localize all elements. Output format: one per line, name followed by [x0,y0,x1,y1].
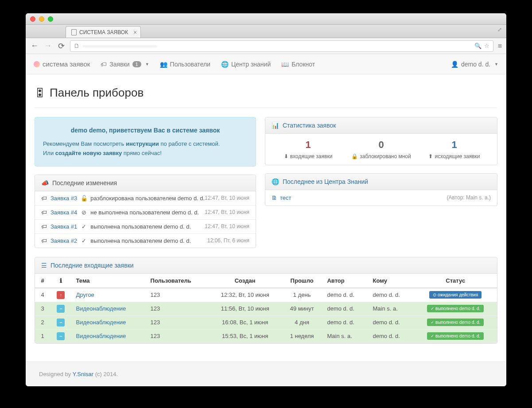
stats-panel: 📊 Статистика заявок 1 ⬇ входящие заявки0… [265,117,497,165]
change-status-icon: ✓ [81,237,87,244]
stat-item: 0 🔒 заблокировано мной [345,139,418,159]
ticket-row[interactable]: 4 ↑ Другое 123 12:32, Вт, 10 июня 1 день… [35,288,497,302]
instructions-link[interactable]: инструкции [126,140,159,147]
nav-tickets[interactable]: 🏷 Заявки 1 ▼ [101,61,149,68]
window-expand-icon[interactable]: ⤢ [497,27,502,33]
change-time: 12:47, Вт, 10 июня [205,209,249,215]
close-window-button[interactable] [30,16,35,22]
cell-author: demo d. d. [322,302,368,315]
kb-item-link[interactable]: 🗎 тест [272,194,291,201]
change-text: разблокирована пользователем demo d. d. [90,195,205,202]
change-ticket-link[interactable]: Заявка #1 [50,223,77,230]
change-ticket-link[interactable]: Заявка #4 [50,209,77,216]
brand[interactable]: система заявок [34,60,90,68]
change-text: не выполнена пользователем demo d. d. [90,209,199,216]
cell-user: 123 [146,329,209,343]
cell-created: 11:56, Вт, 10 июня [209,302,281,315]
stat-value: 0 [345,139,418,151]
ticket-row[interactable]: 3 − Видеонаблюдение 123 11:56, Вт, 10 ию… [35,302,497,315]
stat-item: 1 ⬆ исходящие заявки [418,139,491,159]
welcome-title: demo demo, приветствуем Вас в системе за… [43,125,248,135]
priority-badge: ↑ [57,291,65,299]
cell-to: demo d. d. [369,329,414,343]
topic-link[interactable]: Видеонаблюдение [76,333,126,339]
recent-changes-panel: 📣 Последние изменения 🏷 Заявка #3 🔓 разб… [35,175,256,248]
stat-label: 🔒 заблокировано мной [345,153,418,159]
address-bar[interactable]: 🗋 ————————————— 🔍 ☆ [70,40,493,52]
cell-num: 2 [35,315,50,329]
file-icon: 🗎 [272,194,277,201]
traffic-lights [30,16,53,22]
nav-users[interactable]: 👥 Пользователи [160,61,210,68]
stat-item: 1 ⬇ входящие заявки [272,139,345,159]
back-button[interactable]: ← [30,41,39,51]
search-icon[interactable]: 🔍 [474,43,482,49]
th-info: ℹ [50,274,71,288]
ticket-row[interactable]: 1 − Видеонаблюдение 123 15:53, Вс, 1 июн… [35,329,497,343]
change-row: 🏷 Заявка #1 ✓ выполнена пользователем de… [35,220,256,234]
brand-text: система заявок [43,60,90,68]
th-topic: Тема [72,274,146,288]
nav-tickets-label: Заявки [109,61,129,68]
change-status-icon: ✓ [81,223,87,230]
main-content: 🎛 Панель приборов demo demo, приветствуе… [26,74,506,361]
create-ticket-link[interactable]: создайте новую заявку [55,150,122,156]
maximize-window-button[interactable] [48,16,53,22]
stat-icon: ⬆ [428,153,433,159]
cell-priority: ↑ [50,288,71,302]
nav-user-menu[interactable]: 👤 demo d. d. ▼ [451,61,498,68]
mac-titlebar [26,13,506,25]
brand-icon [34,61,40,67]
list-icon: ☰ [41,262,47,269]
cell-to: Main s. a. [369,302,414,315]
cell-to: demo d. d. [369,288,414,302]
cell-topic: Видеонаблюдение [72,302,146,315]
page-icon: 🗋 [74,43,80,49]
cell-status: ✓ выполнено demo d. d. [414,329,497,343]
forward-button[interactable]: → [43,41,52,51]
cell-to: demo d. d. [369,315,414,329]
change-status-icon: 🔓 [81,195,87,202]
change-ticket-link[interactable]: Заявка #3 [50,195,77,202]
cell-elapsed: 49 минут [281,302,323,315]
tag-icon: 🏷 [41,223,47,230]
stat-icon: ⬇ [284,153,288,159]
dashboard-icon: 🎛 [35,87,45,99]
cell-priority: − [50,315,71,329]
stat-label: ⬆ исходящие заявки [418,153,491,159]
user-icon: 👤 [451,61,458,68]
cell-num: 4 [35,288,50,302]
topic-link[interactable]: Другое [76,291,94,298]
stats-heading: 📊 Статистика заявок [265,117,497,134]
topic-link[interactable]: Видеонаблюдение [76,305,126,312]
reload-button[interactable]: ⟳ [57,41,66,51]
tags-icon: 🏷 [101,61,107,68]
nav-kb[interactable]: 🌐 Центр знаний [221,61,271,68]
cell-created: 15:53, Вс, 1 июня [209,329,281,343]
browser-tab[interactable]: СИСТЕМА ЗАЯВОК × [66,26,141,38]
cell-user: 123 [146,288,209,302]
cell-author: demo d. d. [322,315,368,329]
browser-menu-icon[interactable]: ≡ [498,42,502,50]
recent-changes-heading: 📣 Последние изменения [35,175,256,191]
th-author: Автор [322,274,368,288]
status-badge: ✓ выполнено demo d. d. [427,319,484,326]
nav-notepad[interactable]: 📖 Блокнот [281,61,315,68]
th-user: Пользователь [146,274,209,288]
bookmark-star-icon[interactable]: ☆ [484,43,489,49]
minimize-window-button[interactable] [39,16,44,22]
tab-close-icon[interactable]: × [133,29,137,36]
cell-status: ⊙ ожидания действия [414,288,497,302]
status-badge: ✓ выполнено demo d. d. [427,332,484,340]
welcome-line2: Или создайте новую заявку прямо сейчас! [43,149,248,158]
welcome-panel: demo demo, приветствуем Вас в системе за… [35,117,256,167]
topic-link[interactable]: Видеонаблюдение [76,319,126,326]
change-ticket-link[interactable]: Заявка #2 [50,237,77,244]
kb-item-author: (Автор: Main s. a.) [447,194,491,201]
ticket-row[interactable]: 2 − Видеонаблюдение 123 16:08, Вс, 1 июн… [35,315,497,329]
nav-kb-label: Центр знаний [231,61,271,68]
cell-priority: − [50,329,71,343]
th-status: Статус [414,274,497,288]
cell-num: 3 [35,302,50,315]
footer-author-link[interactable]: Y.Snisar [73,371,93,377]
